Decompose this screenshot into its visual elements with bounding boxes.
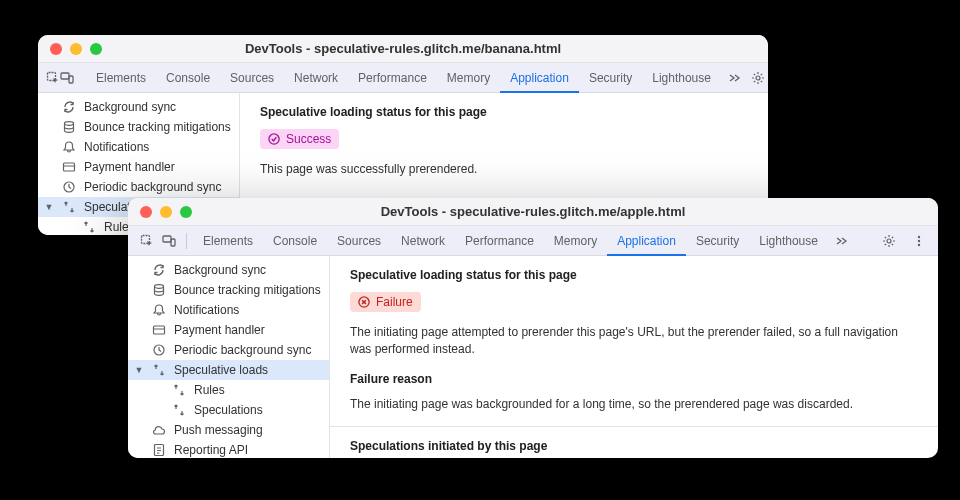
device-mode-icon[interactable]: [158, 230, 180, 252]
arrows-icon: [172, 403, 186, 417]
window-title: DevTools - speculative-rules.glitch.me/a…: [381, 204, 686, 219]
sidebar-item-background-sync[interactable]: Background sync: [128, 260, 329, 280]
toolbar: ElementsConsoleSourcesNetworkPerformance…: [128, 226, 938, 256]
panel-tab-elements[interactable]: Elements: [86, 63, 156, 93]
inspect-icon[interactable]: [136, 230, 158, 252]
sidebar-item-background-sync[interactable]: Background sync: [38, 97, 239, 117]
arrows-icon: [82, 220, 96, 234]
status-heading: Speculative loading status for this page: [350, 268, 918, 282]
more-tabs-icon[interactable]: [828, 234, 854, 248]
tree-toggle-icon: ▼: [134, 365, 144, 375]
sidebar-item-label: Notifications: [84, 140, 149, 154]
panel-tab-sources[interactable]: Sources: [220, 63, 284, 93]
db-icon: [62, 120, 76, 134]
panel-tab-network[interactable]: Network: [391, 226, 455, 256]
sidebar-item-periodic-background-sync[interactable]: Periodic background sync: [38, 177, 239, 197]
panel-tab-memory[interactable]: Memory: [437, 63, 500, 93]
divider: [186, 233, 187, 249]
tree-toggle-icon: ▼: [44, 202, 54, 212]
maximize-button[interactable]: [180, 206, 192, 218]
card-icon: [62, 160, 76, 174]
arrows-icon: [172, 383, 186, 397]
titlebar: DevTools - speculative-rules.glitch.me/a…: [128, 198, 938, 226]
panel-tab-network[interactable]: Network: [284, 63, 348, 93]
sidebar-item-label: Background sync: [174, 263, 266, 277]
gear-icon[interactable]: [878, 230, 900, 252]
panel-tab-security[interactable]: Security: [579, 63, 642, 93]
clock-icon: [152, 343, 166, 357]
report-icon: [152, 443, 166, 457]
panel-tab-performance[interactable]: Performance: [348, 63, 437, 93]
sidebar-item-rules[interactable]: Rules: [128, 380, 329, 400]
sidebar-item-label: Payment handler: [84, 160, 175, 174]
status-label: Failure: [376, 295, 413, 309]
bell-icon: [152, 303, 166, 317]
sidebar-item-periodic-background-sync[interactable]: Periodic background sync: [128, 340, 329, 360]
bell-icon: [62, 140, 76, 154]
sidebar-item-label: Push messaging: [174, 423, 263, 437]
sidebar-item-bounce-tracking-mitigations[interactable]: Bounce tracking mitigations: [128, 280, 329, 300]
sidebar-item-speculative-loads[interactable]: ▼ Speculative loads: [128, 360, 329, 380]
panel-tab-lighthouse[interactable]: Lighthouse: [749, 226, 828, 256]
sidebar-item-notifications[interactable]: Notifications: [128, 300, 329, 320]
panel-tab-lighthouse[interactable]: Lighthouse: [642, 63, 721, 93]
cloud-icon: [152, 423, 166, 437]
device-mode-icon[interactable]: [60, 67, 74, 89]
gear-icon[interactable]: [747, 67, 768, 89]
kebab-menu-icon[interactable]: [908, 230, 930, 252]
failure-reason-heading: Failure reason: [350, 372, 918, 386]
panel-tab-elements[interactable]: Elements: [193, 226, 263, 256]
devtools-window: DevTools - speculative-rules.glitch.me/a…: [128, 198, 938, 458]
sidebar-item-label: Periodic background sync: [84, 180, 221, 194]
status-label: Success: [286, 132, 331, 146]
sidebar-item-label: Notifications: [174, 303, 239, 317]
sidebar-item-label: Background sync: [84, 100, 176, 114]
sidebar-item-push-messaging[interactable]: Push messaging: [128, 420, 329, 440]
arrows-icon: [62, 200, 76, 214]
sidebar-item-label: Periodic background sync: [174, 343, 311, 357]
x-icon: [358, 296, 371, 309]
minimize-button[interactable]: [160, 206, 172, 218]
close-button[interactable]: [140, 206, 152, 218]
sidebar-item-notifications[interactable]: Notifications: [38, 137, 239, 157]
sidebar-item-label: Payment handler: [174, 323, 265, 337]
sync-icon: [62, 100, 76, 114]
sidebar-item-label: Bounce tracking mitigations: [84, 120, 231, 134]
sidebar-item-payment-handler[interactable]: Payment handler: [128, 320, 329, 340]
sidebar-item-payment-handler[interactable]: Payment handler: [38, 157, 239, 177]
panel-tab-sources[interactable]: Sources: [327, 226, 391, 256]
traffic-lights: [50, 43, 102, 55]
sidebar-item-speculations[interactable]: Speculations: [128, 400, 329, 420]
maximize-button[interactable]: [90, 43, 102, 55]
db-icon: [152, 283, 166, 297]
sidebar-item-label: Speculative loads: [174, 363, 268, 377]
titlebar: DevTools - speculative-rules.glitch.me/b…: [38, 35, 768, 63]
status-description: The initiating page attempted to prerend…: [350, 324, 918, 358]
more-tabs-icon[interactable]: [721, 71, 747, 85]
panel-tab-application[interactable]: Application: [607, 226, 686, 256]
sidebar-item-label: Speculations: [194, 403, 263, 417]
arrows-icon: [152, 363, 166, 377]
sidebar-item-label: Bounce tracking mitigations: [174, 283, 321, 297]
inspect-icon[interactable]: [46, 67, 60, 89]
main-content: Speculative loading status for this page…: [330, 256, 938, 458]
panel-tab-security[interactable]: Security: [686, 226, 749, 256]
minimize-button[interactable]: [70, 43, 82, 55]
status-badge: Success: [260, 129, 339, 149]
panel-tab-application[interactable]: Application: [500, 63, 579, 93]
sidebar-item-label: Rules: [194, 383, 225, 397]
close-button[interactable]: [50, 43, 62, 55]
sidebar-item-label: Reporting API: [174, 443, 248, 457]
sync-icon: [152, 263, 166, 277]
panel-tab-console[interactable]: Console: [156, 63, 220, 93]
window-title: DevTools - speculative-rules.glitch.me/b…: [245, 41, 561, 56]
sidebar-item-bounce-tracking-mitigations[interactable]: Bounce tracking mitigations: [38, 117, 239, 137]
status-description: This page was successfully prerendered.: [260, 161, 748, 178]
status-heading: Speculative loading status for this page: [260, 105, 748, 119]
panel-tab-console[interactable]: Console: [263, 226, 327, 256]
panel-tab-memory[interactable]: Memory: [544, 226, 607, 256]
clock-icon: [62, 180, 76, 194]
panel-tab-performance[interactable]: Performance: [455, 226, 544, 256]
sidebar-item-reporting-api[interactable]: Reporting API: [128, 440, 329, 458]
status-badge: Failure: [350, 292, 421, 312]
